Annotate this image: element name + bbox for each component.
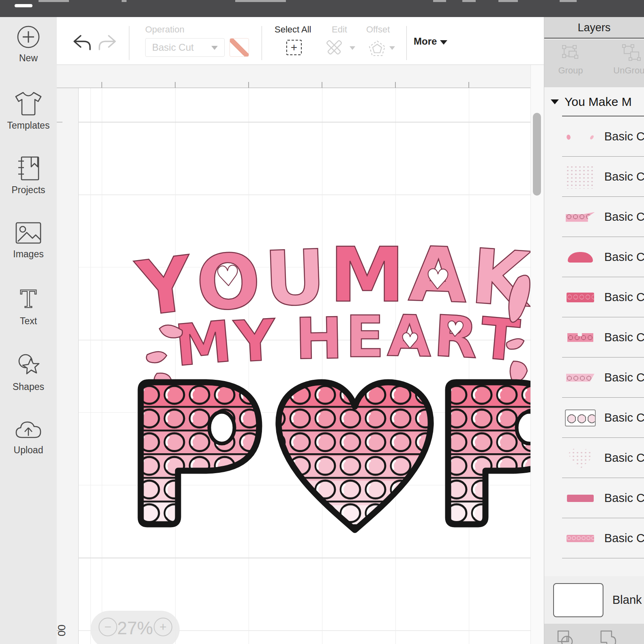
heart-cutout: ♥ <box>400 330 420 352</box>
group-button[interactable]: Group <box>548 43 593 76</box>
picture-icon <box>14 221 43 246</box>
ungroup-icon <box>622 43 641 63</box>
pop-heart <box>279 382 431 530</box>
operation-select[interactable]: Basic Cut <box>145 38 225 57</box>
ruler-horizontal <box>57 65 530 88</box>
layers-panel-title: Layers <box>544 17 644 39</box>
sidebar-item-text[interactable]: T Text <box>0 286 57 347</box>
topbar-clipped-text <box>560 0 577 2</box>
sidebar-item-label: Upload <box>0 445 57 456</box>
toolbar-divider <box>129 26 129 60</box>
layer-row[interactable]: Basic Cut <box>544 197 644 237</box>
heart-cutout: ♥ <box>445 318 465 340</box>
layer-thumbnail <box>566 212 595 222</box>
topbar-clipped-text <box>122 0 127 2</box>
layer-thumbnail <box>568 252 593 263</box>
topbar-clipped-text <box>462 0 476 2</box>
redo-button[interactable] <box>98 33 118 51</box>
toolbar-divider <box>406 26 407 60</box>
layer-group-row[interactable]: You Make M <box>544 87 644 116</box>
layers-panel-actions: Group UnGroup <box>544 39 644 87</box>
heart-cutout: ♥ <box>425 265 451 294</box>
letter-counter-hole <box>209 412 234 444</box>
sidebar-item-shapes[interactable]: Shapes <box>0 352 57 413</box>
edit-tools-button[interactable] <box>324 40 346 57</box>
sidebar-item-label: Text <box>0 316 57 327</box>
toolbar-divider <box>262 26 262 60</box>
chevron-down-icon[interactable] <box>389 46 395 50</box>
layer-thumbnail <box>567 447 593 469</box>
notebook-icon <box>14 155 43 181</box>
layer-row[interactable]: Basic Cut <box>544 438 644 478</box>
offset-button[interactable] <box>368 40 386 57</box>
ruler-vertical <box>57 88 78 644</box>
layers-panel-footer <box>544 624 644 644</box>
more-button[interactable]: More <box>414 36 447 47</box>
group-label: Group <box>558 65 583 75</box>
collapse-triangle-icon[interactable] <box>551 99 559 104</box>
chevron-down-icon <box>211 46 218 50</box>
artwork-text-you-make[interactable]: Y O♥ U M A♥ K E <box>137 225 530 301</box>
layer-row[interactable]: Basic Cut <box>544 277 644 317</box>
edit-toolbar: Operation Basic Cut Select All + Edit Of… <box>57 17 544 65</box>
zoom-in-button[interactable]: + <box>154 618 172 636</box>
layer-row[interactable]: Basic Cut <box>544 317 644 358</box>
blank-canvas-row[interactable]: Blank Canvas <box>544 576 644 624</box>
blank-canvas-thumbnail <box>553 583 603 617</box>
topbar-clipped-text <box>433 0 446 2</box>
pop-letter-p <box>141 382 259 524</box>
artwork-text-my-heart[interactable]: M Y H E A♥ R♥ T <box>175 306 519 363</box>
ungroup-button[interactable]: UnGroup <box>609 43 644 76</box>
sidebar: New Templates Projects Images <box>0 17 57 644</box>
edit-label: Edit <box>332 24 347 35</box>
sidebar-item-images[interactable]: Images <box>0 221 57 282</box>
cricut-design-space: New Templates Projects Images <box>0 0 644 644</box>
sidebar-item-label: Templates <box>0 120 57 131</box>
sidebar-item-new[interactable]: New <box>0 24 57 85</box>
sidebar-item-label: New <box>0 53 57 64</box>
top-app-bar <box>0 0 644 17</box>
hamburger-bar <box>15 4 32 7</box>
design-canvas[interactable]: Y O♥ U M A♥ K E M Y H E A♥ R♥ T <box>78 88 530 644</box>
grid-line-major <box>79 558 530 558</box>
sidebar-item-templates[interactable]: Templates <box>0 90 57 151</box>
layer-row[interactable]: Basic Cut <box>544 518 644 558</box>
undo-button[interactable] <box>71 33 91 51</box>
layer-row[interactable]: Basic Cut <box>544 478 644 518</box>
pop-letter-p <box>448 382 530 524</box>
layer-thumbnail <box>565 409 596 426</box>
color-swatch-button[interactable] <box>230 38 249 57</box>
sidebar-item-projects[interactable]: Projects <box>0 155 57 216</box>
sidebar-item-label: Shapes <box>0 381 57 392</box>
ungroup-label: UnGroup <box>613 65 644 75</box>
zoom-control: − 27% + <box>90 611 180 644</box>
hamburger-menu-icon[interactable] <box>15 0 32 11</box>
layer-row[interactable]: Basic Cut <box>544 116 644 157</box>
grid-line-major <box>79 122 530 123</box>
cloud-upload-icon <box>14 418 43 442</box>
layer-row[interactable]: Basic Cut <box>544 398 644 438</box>
sidebar-item-upload[interactable]: Upload <box>0 418 57 479</box>
canvas-scrollbar <box>530 65 544 644</box>
artwork-pop-word[interactable] <box>137 376 530 538</box>
chevron-down-icon[interactable] <box>350 46 355 50</box>
letter-t-icon: T <box>15 286 41 312</box>
operation-label: Operation <box>145 24 185 35</box>
scrollbar-thumb[interactable] <box>533 113 541 196</box>
star-circle-icon <box>15 352 42 378</box>
layer-thumbnail <box>567 495 594 502</box>
layer-row[interactable]: Basic Cut <box>544 358 644 398</box>
select-all-button[interactable]: + <box>286 40 302 55</box>
heart-cutout: ♥ <box>215 262 241 291</box>
layer-row[interactable]: Basic Cut <box>544 157 644 197</box>
topbar-clipped-text <box>498 0 518 2</box>
layers-panel: Layers Group <box>544 17 644 644</box>
sidebar-item-label: Projects <box>0 185 57 196</box>
layer-row[interactable]: Basic Cut <box>544 237 644 277</box>
chevron-down-icon <box>440 40 447 45</box>
arrange-layers-icon[interactable] <box>555 629 575 644</box>
tshirt-icon <box>13 90 43 117</box>
slice-shape-icon[interactable] <box>598 629 618 644</box>
layer-thumbnail <box>567 535 594 542</box>
sidebar-item-label: Images <box>0 249 57 260</box>
